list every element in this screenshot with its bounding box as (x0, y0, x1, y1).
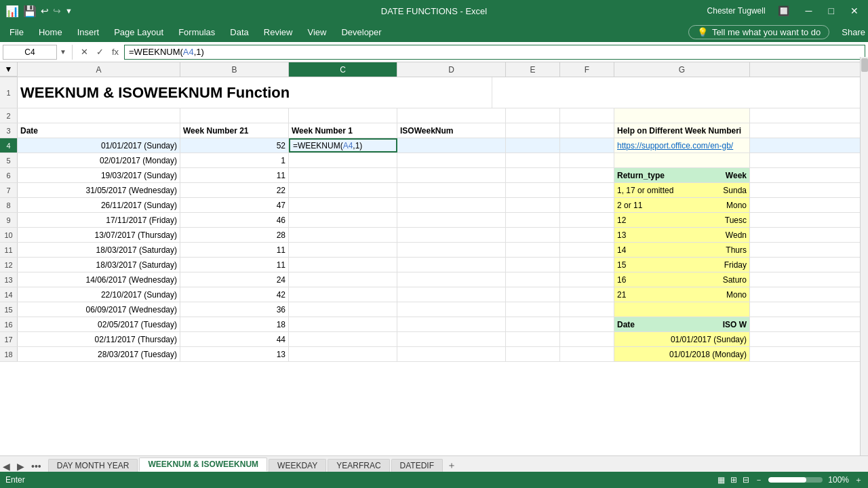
cell-f8[interactable] (560, 198, 614, 212)
cell-d14[interactable] (397, 287, 506, 302)
cell-e5[interactable] (506, 153, 560, 167)
redo-btn[interactable]: ↪ (53, 5, 61, 16)
tab-day-month-year[interactable]: DAY MONTH YEAR (48, 459, 138, 472)
tab-scroll-left[interactable]: ◀ (3, 461, 10, 472)
name-box-dropdown[interactable]: ▼ (60, 48, 66, 56)
cell-b16[interactable]: 18 (180, 317, 289, 331)
cell-a8[interactable]: 26/11/2017 (Sunday) (18, 198, 180, 212)
cell-b18[interactable]: 13 (180, 347, 289, 361)
menu-view[interactable]: View (300, 24, 333, 40)
cell-f5[interactable] (560, 153, 614, 167)
cell-b4[interactable]: 52 (180, 138, 289, 152)
formula-bar[interactable]: =WEEKNUM(A4,1) (124, 45, 865, 60)
cell-b14[interactable]: 42 (180, 287, 289, 302)
cell-e9[interactable] (506, 213, 560, 227)
cell-e15[interactable] (506, 302, 560, 317)
cell-c10[interactable] (289, 228, 397, 242)
col-header-B[interactable]: B (180, 62, 289, 77)
cell-b7[interactable]: 22 (180, 183, 289, 197)
col-header-C[interactable]: C (289, 62, 397, 77)
cell-f17[interactable] (560, 332, 614, 346)
cell-e18[interactable] (506, 347, 560, 361)
cell-a18[interactable]: 28/03/2017 (Tuesday) (18, 347, 180, 361)
cell-c7[interactable] (289, 183, 397, 197)
tab-yearfrac[interactable]: YEARFRAC (328, 459, 389, 472)
cell-f4[interactable] (560, 138, 614, 152)
cell-d9[interactable] (397, 213, 506, 227)
cell-a16[interactable]: 02/05/2017 (Tuesday) (18, 317, 180, 331)
tab-weeknum[interactable]: WEEKNUM & ISOWEEKNUM (139, 458, 267, 472)
cell-a7[interactable]: 31/05/2017 (Wednesday) (18, 183, 180, 197)
tell-me-input[interactable]: 💡 Tell me what you want to do (688, 25, 829, 39)
cell-f12[interactable] (560, 258, 614, 272)
cell-c15[interactable] (289, 302, 397, 317)
cell-f6[interactable] (560, 168, 614, 182)
cell-d11[interactable] (397, 243, 506, 257)
cell-d10[interactable] (397, 228, 506, 242)
cell-c16[interactable] (289, 317, 397, 331)
cell-f3[interactable] (560, 123, 614, 138)
cell-e16[interactable] (506, 317, 560, 331)
cell-a6[interactable]: 19/03/2017 (Sunday) (18, 168, 180, 182)
vertical-scrollbar[interactable] (860, 57, 868, 455)
zoom-in-btn[interactable]: ＋ (854, 474, 863, 486)
cell-b10[interactable]: 28 (180, 228, 289, 242)
menu-data[interactable]: Data (223, 24, 255, 40)
cell-a10[interactable]: 13/07/2017 (Thursday) (18, 228, 180, 242)
cell-d16[interactable] (397, 317, 506, 331)
cell-f7[interactable] (560, 183, 614, 197)
page-layout-btn[interactable]: ⊞ (730, 475, 737, 485)
cell-e14[interactable] (506, 287, 560, 302)
menu-developer[interactable]: Developer (334, 24, 388, 40)
cell-d4[interactable] (397, 138, 506, 152)
share-button[interactable]: Share (842, 27, 865, 37)
cell-e11[interactable] (506, 243, 560, 257)
cell-a9[interactable]: 17/11/2017 (Friday) (18, 213, 180, 227)
cell-g2[interactable] (614, 108, 750, 123)
cell-e8[interactable] (506, 198, 560, 212)
accept-formula-btn[interactable]: ✓ (94, 47, 106, 57)
insert-function-btn[interactable]: fx (109, 47, 121, 57)
cell-c4[interactable]: =WEEKNUM(A4,1) (289, 138, 397, 152)
cell-c5[interactable] (289, 153, 397, 167)
add-sheet-btn[interactable]: ＋ (447, 460, 456, 472)
cell-c18[interactable] (289, 347, 397, 361)
cell-e12[interactable] (506, 258, 560, 272)
cell-a5[interactable]: 02/01/2017 (Monday) (18, 153, 180, 167)
tab-weekday[interactable]: WEEKDAY (269, 459, 326, 472)
cell-c14[interactable] (289, 287, 397, 302)
cell-a13[interactable]: 14/06/2017 (Wednesday) (18, 272, 180, 287)
page-break-btn[interactable]: ⊟ (743, 475, 749, 485)
cell-c13[interactable] (289, 272, 397, 287)
cell-a17[interactable]: 02/11/2017 (Thursday) (18, 332, 180, 346)
cell-c2[interactable] (289, 108, 397, 123)
menu-page-layout[interactable]: Page Layout (107, 24, 170, 40)
cell-f9[interactable] (560, 213, 614, 227)
undo-btn[interactable]: ↩ (41, 5, 49, 16)
cell-e10[interactable] (506, 228, 560, 242)
cell-f10[interactable] (560, 228, 614, 242)
cell-a15[interactable]: 06/09/2017 (Wednesday) (18, 302, 180, 317)
restore-down-btn[interactable]: 🔲 (774, 4, 793, 18)
tab-scroll-right[interactable]: ▶ (17, 461, 24, 472)
col-header-E[interactable]: E (506, 62, 560, 77)
col-header-G[interactable]: G (614, 62, 750, 77)
cell-a4[interactable]: 01/01/2017 (Sunday) (18, 138, 180, 152)
cell-f2[interactable] (560, 108, 614, 123)
cell-a2[interactable] (18, 108, 180, 123)
cell-b5[interactable]: 1 (180, 153, 289, 167)
cell-d18[interactable] (397, 347, 506, 361)
cell-c11[interactable] (289, 243, 397, 257)
cell-e13[interactable] (506, 272, 560, 287)
cell-e3[interactable] (506, 123, 560, 138)
menu-file[interactable]: File (3, 24, 31, 40)
cell-c8[interactable] (289, 198, 397, 212)
cell-a11[interactable]: 18/03/2017 (Saturday) (18, 243, 180, 257)
cell-e7[interactable] (506, 183, 560, 197)
cell-b6[interactable]: 11 (180, 168, 289, 182)
menu-formulas[interactable]: Formulas (172, 24, 222, 40)
customize-btn[interactable]: ▼ (65, 7, 73, 15)
cell-c12[interactable] (289, 258, 397, 272)
cell-e4[interactable] (506, 138, 560, 152)
tab-more[interactable]: ••• (31, 461, 41, 472)
